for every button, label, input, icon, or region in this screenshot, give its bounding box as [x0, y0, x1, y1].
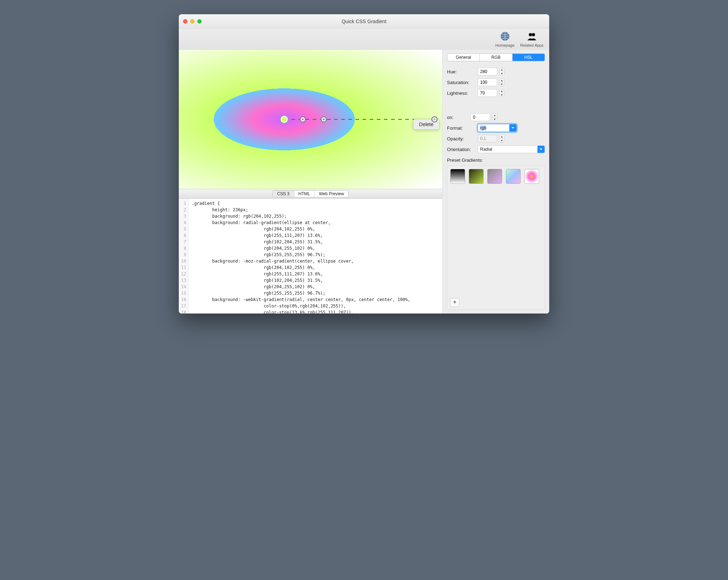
homepage-button[interactable]: Homepage: [495, 31, 515, 47]
add-preset-button[interactable]: +: [450, 298, 459, 307]
output-tab-web-preview[interactable]: Web Preview: [314, 191, 348, 197]
gradient-stop[interactable]: [300, 116, 306, 123]
output-tabs: CSS 3 HTML Web Preview: [179, 189, 442, 199]
homepage-label: Homepage: [495, 43, 515, 47]
hsl-panel: Hue: ▲▼ Saturation: ▲▼ Lightness: ▲▼: [447, 66, 545, 98]
svg-point-2: [532, 33, 535, 36]
related-apps-button[interactable]: Related Apps: [520, 31, 544, 47]
gradient-stop-color: [323, 118, 325, 120]
preset-swatch[interactable]: [487, 169, 502, 184]
people-icon: [526, 31, 537, 42]
svg-point-1: [529, 33, 532, 36]
lightness-input[interactable]: [478, 89, 497, 97]
opacity-label: Opacity:: [447, 136, 475, 141]
stop-properties: on: ▲▼ Format: rgb Opacity: ▲▼: [447, 112, 545, 155]
window-title: Quick CSS Gradient: [179, 19, 549, 24]
saturation-stepper[interactable]: ▲▼: [499, 78, 504, 86]
saturation-input[interactable]: [478, 78, 497, 86]
gradient-stop-color: [282, 117, 287, 122]
opacity-input: [478, 135, 497, 143]
app-window: Quick CSS Gradient Homepage Related Apps: [179, 14, 549, 314]
output-tab-css3[interactable]: CSS 3: [273, 191, 294, 197]
opacity-stepper[interactable]: ▲▼: [499, 135, 504, 143]
lightness-label: Lightness:: [447, 90, 475, 96]
gradient-stop-color: [302, 118, 304, 120]
gradient-axis: [284, 119, 435, 120]
preset-swatch[interactable]: [450, 169, 465, 184]
traffic-lights: [183, 19, 202, 24]
hue-stepper[interactable]: ▲▼: [499, 68, 504, 76]
preset-swatches: +: [447, 166, 545, 310]
globe-icon: [500, 31, 510, 42]
delete-popover-label: Delete: [419, 121, 433, 127]
zoom-window-button[interactable]: [197, 19, 202, 24]
lightness-stepper[interactable]: ▲▼: [499, 89, 504, 97]
code-output: 1 2 3 4 5 6 7 8 9 10 11 12 13 14 15 16 1…: [179, 199, 442, 314]
toolbar: Homepage Related Apps: [179, 29, 549, 50]
position-input[interactable]: [470, 113, 490, 121]
chevron-down-icon: [509, 124, 516, 131]
preset-section: Preset Gradients: +: [447, 157, 545, 310]
color-tab-rgb[interactable]: RGB: [480, 54, 512, 61]
chevron-down-icon: [537, 146, 545, 153]
gradient-stop[interactable]: [280, 115, 288, 124]
body: Delete CSS 3 HTML Web Preview 1 2 3 4 5 …: [179, 50, 549, 314]
close-window-button[interactable]: [183, 19, 187, 24]
related-apps-label: Related Apps: [520, 43, 544, 47]
gradient-stop[interactable]: [431, 116, 438, 123]
code-gutter: 1 2 3 4 5 6 7 8 9 10 11 12 13 14 15 16 1…: [179, 199, 189, 314]
preset-swatch[interactable]: [506, 169, 521, 184]
saturation-label: Saturation:: [447, 80, 475, 85]
format-select[interactable]: rgb: [478, 124, 517, 132]
gradient-stop-color: [433, 118, 436, 120]
gradient-stop[interactable]: [321, 116, 327, 123]
preset-label: Preset Gradients:: [447, 157, 545, 163]
right-panel: General RGB HSL Hue: ▲▼ Saturation: ▲▼ L…: [442, 50, 549, 314]
preset-swatch[interactable]: [469, 169, 484, 184]
orientation-label: Orientation:: [447, 147, 475, 152]
position-stepper[interactable]: ▲▼: [492, 113, 497, 121]
orientation-value: Radial: [480, 147, 492, 152]
titlebar: Quick CSS Gradient: [179, 14, 549, 29]
preset-swatch[interactable]: [524, 169, 539, 184]
color-tab-hsl[interactable]: HSL: [513, 54, 545, 61]
minimize-window-button[interactable]: [190, 19, 194, 24]
code-body[interactable]: .gradient { height: 236px; background: r…: [189, 199, 442, 314]
color-tab-general[interactable]: General: [447, 54, 480, 61]
position-label: on:: [447, 115, 468, 120]
format-label: Format:: [447, 125, 475, 131]
output-tab-html[interactable]: HTML: [294, 191, 315, 197]
hue-input[interactable]: [478, 68, 497, 76]
orientation-select[interactable]: Radial: [478, 145, 545, 153]
hue-label: Hue:: [447, 69, 475, 74]
left-column: Delete CSS 3 HTML Web Preview 1 2 3 4 5 …: [179, 50, 442, 314]
gradient-canvas[interactable]: Delete: [179, 50, 442, 189]
format-value: rgb: [480, 125, 486, 130]
color-mode-tabs: General RGB HSL: [447, 53, 545, 61]
